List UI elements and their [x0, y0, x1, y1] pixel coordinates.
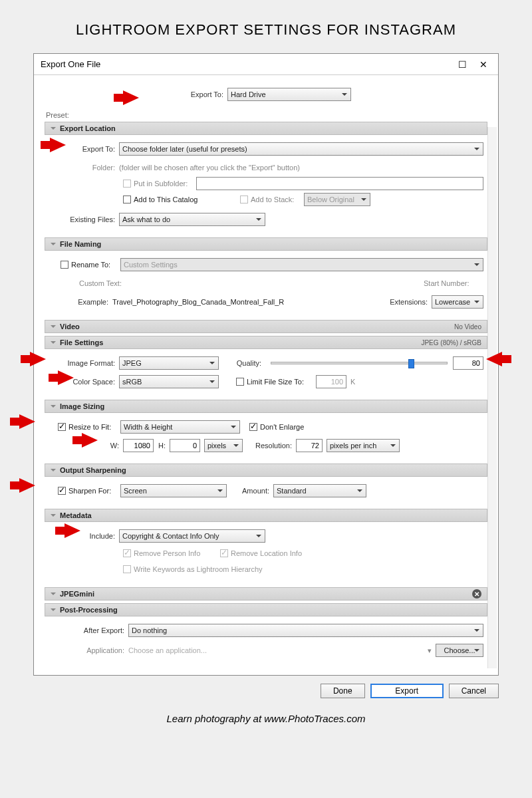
application-label: Application: — [49, 646, 128, 654]
put-in-subfolder-checkbox — [123, 180, 131, 188]
resolution-unit-select[interactable]: pixels per inch — [327, 439, 400, 452]
rename-to-checkbox[interactable] — [61, 261, 68, 269]
remove-location-checkbox — [220, 549, 228, 557]
quality-label: Quality: — [219, 359, 265, 367]
arrow-icon — [19, 414, 35, 429]
arrow-icon — [82, 433, 98, 448]
dont-enlarge-checkbox[interactable] — [249, 423, 257, 431]
add-to-stack-label: Add to Stack: — [251, 196, 304, 203]
amount-select[interactable]: Standard — [273, 484, 366, 497]
write-keywords-label: Write Keywords as Lightroom Hierarchy — [134, 565, 263, 573]
limit-filesize-checkbox[interactable] — [236, 378, 244, 386]
sharpen-for-checkbox[interactable] — [58, 487, 66, 495]
folder-hint: (folder will be chosen after you click t… — [119, 164, 300, 172]
put-in-subfolder-label: Put in Subfolder: — [134, 180, 196, 188]
height-label: H: — [154, 442, 170, 450]
remove-person-label: Remove Person Info — [134, 549, 220, 557]
arrow-icon — [50, 138, 66, 152]
section-export-location[interactable]: Export Location — [45, 122, 487, 135]
example-label: Example: — [49, 298, 112, 306]
export-button[interactable]: Export — [370, 684, 444, 698]
section-post-processing[interactable]: Post-Processing — [45, 603, 487, 616]
remove-location-label: Remove Location Info — [231, 549, 302, 557]
resize-to-fit-checkbox[interactable] — [58, 423, 66, 431]
quality-input[interactable] — [453, 356, 483, 370]
image-format-label: Image Format: — [49, 359, 119, 367]
section-image-sizing[interactable]: Image Sizing — [45, 400, 487, 413]
arrow-icon — [19, 478, 35, 493]
width-input[interactable] — [123, 439, 154, 452]
arrow-icon — [123, 90, 139, 105]
extensions-select[interactable]: Lowercase — [432, 295, 483, 309]
section-metadata[interactable]: Metadata — [45, 509, 487, 522]
remove-person-checkbox — [123, 549, 131, 557]
resize-to-fit-label: Resize to Fit: — [68, 423, 120, 431]
close-section-icon[interactable]: ✕ — [472, 589, 481, 598]
amount-label: Amount: — [227, 487, 273, 495]
chevron-down-icon[interactable]: ▾ — [424, 646, 436, 655]
color-space-select[interactable]: sRGB — [119, 375, 219, 388]
export-to-select[interactable]: Hard Drive — [227, 88, 351, 101]
resolution-input[interactable] — [296, 439, 323, 452]
example-value: Travel_Photography_Blog_Canada_Montreal_… — [112, 298, 389, 306]
done-button[interactable]: Done — [321, 684, 365, 698]
preset-label: Preset: — [46, 111, 487, 119]
loc-export-to-select[interactable]: Choose folder later (useful for presets) — [119, 142, 483, 156]
limit-filesize-label: Limit File Size To: — [247, 378, 316, 386]
add-to-catalog-checkbox[interactable] — [123, 196, 131, 203]
limit-unit: K — [346, 378, 355, 386]
write-keywords-checkbox — [123, 565, 131, 573]
section-output-sharpening[interactable]: Output Sharpening — [45, 464, 487, 477]
resolution-label: Resolution: — [243, 442, 296, 450]
sharpen-for-select[interactable]: Screen — [120, 484, 227, 497]
dont-enlarge-label: Don't Enlarge — [260, 423, 304, 431]
rename-to-label: Rename To: — [71, 261, 120, 269]
add-to-stack-checkbox — [240, 196, 248, 203]
add-to-catalog-label: Add to This Catalog — [134, 196, 240, 203]
subfolder-input[interactable] — [196, 177, 483, 190]
application-placeholder: Choose an application... — [128, 646, 424, 654]
arrow-icon — [486, 352, 502, 366]
choose-button[interactable]: Choose... — [436, 644, 483, 657]
image-format-select[interactable]: JPEG — [119, 356, 219, 370]
arrow-icon — [58, 370, 74, 385]
dialog-title: Export One File — [41, 59, 100, 69]
sharpen-for-label: Sharpen For: — [68, 487, 120, 495]
folder-label: Folder: — [49, 164, 119, 172]
height-input[interactable] — [170, 439, 200, 452]
cancel-button[interactable]: Cancel — [449, 684, 499, 698]
close-icon[interactable]: ✕ — [473, 57, 494, 72]
scrollbar[interactable] — [487, 127, 497, 668]
arrow-icon — [65, 523, 80, 538]
page-caption: Learn photography at www.PhotoTraces.com — [0, 713, 532, 724]
start-number-label: Start Number: — [424, 279, 483, 287]
arrow-icon — [30, 352, 46, 366]
section-video[interactable]: VideoNo Video — [45, 320, 487, 333]
existing-files-label: Existing Files: — [49, 215, 119, 223]
existing-files-select[interactable]: Ask what to do — [119, 213, 265, 226]
quality-slider[interactable] — [271, 362, 448, 364]
after-export-select[interactable]: Do nothing — [128, 624, 483, 637]
after-export-label: After Export: — [49, 626, 128, 634]
export-dialog: Export One File ☐ ✕ Export To: Hard Driv… — [33, 53, 499, 676]
custom-text-label: Custom Text: — [49, 279, 126, 287]
size-unit-select[interactable]: pixels — [204, 439, 243, 452]
export-to-label: Export To: — [181, 90, 227, 98]
limit-filesize-input[interactable] — [316, 375, 346, 388]
titlebar: Export One File ☐ ✕ — [34, 54, 498, 75]
section-file-naming[interactable]: File Naming — [45, 237, 487, 251]
include-select[interactable]: Copyright & Contact Info Only — [119, 529, 265, 543]
extensions-label: Extensions: — [389, 298, 432, 306]
resize-method-select[interactable]: Width & Height — [120, 420, 240, 434]
page-title: LIGHTROOM EXPORT SETTINGS FOR INSTAGRAM — [0, 0, 532, 53]
maximize-icon[interactable]: ☐ — [452, 57, 473, 72]
rename-template-select: Custom Settings — [120, 258, 483, 271]
section-jpegmini[interactable]: JPEGmini✕ — [45, 587, 487, 600]
stack-position-select: Below Original — [304, 193, 370, 206]
section-file-settings[interactable]: File SettingsJPEG (80%) / sRGB — [45, 336, 487, 349]
